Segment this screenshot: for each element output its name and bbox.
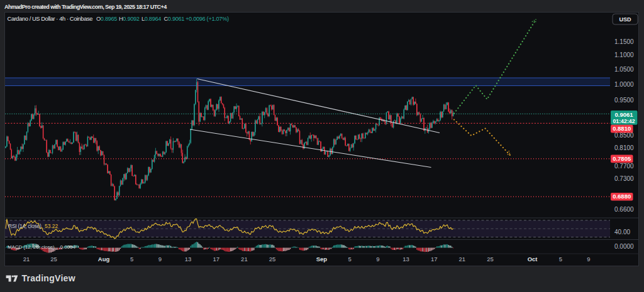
svg-text:5: 5 (559, 256, 562, 262)
svg-text:0.6600: 0.6600 (614, 206, 634, 213)
svg-text:C0.9061: C0.9061 (164, 16, 185, 22)
svg-text:5: 5 (348, 256, 351, 262)
svg-text:H0.9092: H0.9092 (119, 16, 140, 22)
svg-text:0.6880: 0.6880 (613, 193, 631, 200)
svg-text:0.0000: 0.0000 (614, 243, 634, 250)
svg-text:USD: USD (619, 16, 631, 23)
svg-text:25: 25 (269, 256, 276, 262)
svg-text:RSI (14, close): RSI (14, close) (8, 223, 42, 229)
svg-text:5: 5 (130, 256, 133, 262)
svg-text:21: 21 (459, 256, 466, 262)
svg-text:1.0000: 1.0000 (614, 81, 634, 88)
svg-text:40.00: 40.00 (614, 229, 630, 235)
svg-text:0.7805: 0.7805 (613, 155, 631, 162)
svg-text:21: 21 (241, 256, 248, 262)
svg-text:Cardano / US Dollar · 4h · Coi: Cardano / US Dollar · 4h · Coinbase (8, 16, 93, 22)
svg-text:O0.8965: O0.8965 (96, 16, 117, 22)
svg-text:13: 13 (402, 256, 409, 262)
svg-text:0.9500: 0.9500 (614, 97, 634, 104)
svg-text:0.8810: 0.8810 (613, 125, 631, 132)
svg-text:1.1000: 1.1000 (614, 51, 634, 58)
svg-text:AhmadPro created with TradingV: AhmadPro created with TradingView.com, S… (4, 4, 167, 10)
svg-text:17: 17 (431, 256, 438, 262)
svg-text:0.8100: 0.8100 (614, 144, 634, 151)
svg-text:25: 25 (487, 256, 494, 262)
svg-text:+0.0096 (+1.07%): +0.0096 (+1.07%) (186, 16, 229, 22)
svg-text:0.7300: 0.7300 (614, 175, 634, 182)
svg-text:1.1500: 1.1500 (614, 38, 634, 45)
svg-text:0.7700: 0.7700 (614, 163, 634, 170)
svg-text:9: 9 (158, 256, 162, 262)
svg-text:01:42:42: 01:42:42 (613, 118, 635, 124)
svg-text:21: 21 (23, 256, 30, 262)
svg-text:17: 17 (213, 256, 220, 262)
svg-text:Oct: Oct (528, 256, 538, 262)
svg-text:0.0004: 0.0004 (60, 244, 76, 250)
svg-text:25: 25 (50, 256, 57, 262)
svg-text:0.9061: 0.9061 (614, 111, 633, 118)
svg-text:13: 13 (185, 256, 192, 262)
svg-text:53.22: 53.22 (45, 223, 58, 229)
svg-text:1.0500: 1.0500 (614, 66, 634, 73)
svg-text:MACD (12, 26, close): MACD (12, 26, close) (8, 244, 55, 250)
svg-text:9: 9 (587, 256, 590, 262)
svg-text:L0.8964: L0.8964 (142, 16, 161, 22)
svg-text:TradingView: TradingView (21, 273, 75, 283)
svg-text:9: 9 (376, 256, 379, 262)
svg-text:Sep: Sep (316, 256, 328, 262)
svg-text:Aug: Aug (98, 256, 110, 262)
